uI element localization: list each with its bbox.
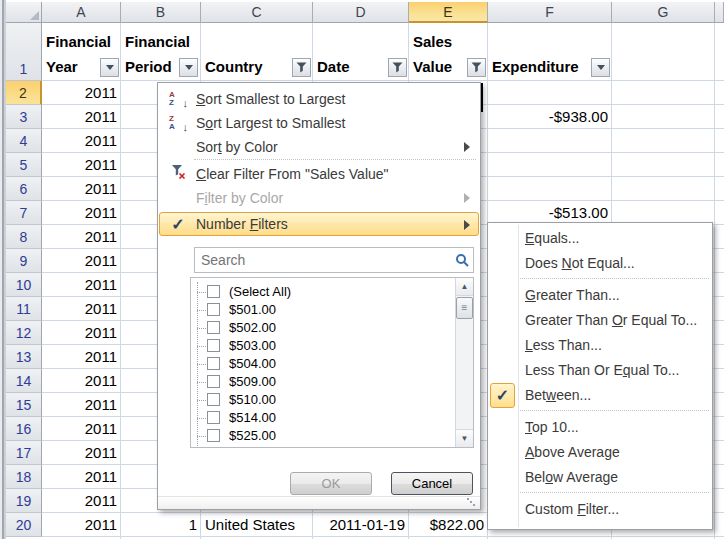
row-header-16[interactable]: 16 [6,417,42,441]
row-header-20[interactable]: 20 [6,513,42,537]
submenu-item-greater-than-or-equal-to[interactable]: Greater Than Or Equal To... [490,308,710,333]
checkbox-icon[interactable] [207,321,220,334]
column-header-d[interactable]: D [313,2,409,23]
submenu-item-custom-filter[interactable]: Custom Filter... [490,497,710,522]
scrollbar-thumb[interactable]: ≡ [456,297,473,319]
header-expenditure[interactable]: Expenditure [492,54,579,79]
column-header-c[interactable]: C [201,2,313,23]
submenu-item-below-average[interactable]: Below Average [490,465,710,490]
row-header-17[interactable]: 17 [6,441,42,465]
cell-a6[interactable]: 2011 [42,177,121,201]
search-input[interactable] [195,248,461,272]
cell-a12[interactable]: 2011 [42,321,121,345]
checkbox-icon[interactable] [207,303,220,316]
value-item[interactable]: $501.00 [191,301,456,319]
row-header-8[interactable]: 8 [6,225,42,249]
list-scrollbar[interactable]: ▲ ≡ ▼ [455,278,473,447]
row-header-5[interactable]: 5 [6,153,42,177]
row-header-9[interactable]: 9 [6,249,42,273]
cell-b20[interactable]: 1 [121,513,201,537]
row-header-2[interactable]: 2 [6,81,42,105]
cell-a2[interactable]: 2011 [42,81,121,105]
checkbox-icon[interactable] [207,375,220,388]
resize-grip-icon[interactable] [467,498,469,500]
cell-a4[interactable]: 2011 [42,129,121,153]
submenu-item-top-10[interactable]: Top 10... [490,415,710,440]
value-item-partial[interactable] [191,445,456,447]
column-header-g[interactable]: G [612,2,715,23]
submenu-item-greater-than[interactable]: Greater Than... [490,283,710,308]
header-sales-value[interactable]: Sales Value [413,29,465,79]
filter-button-date[interactable] [388,58,407,77]
filter-button-financial-period[interactable] [179,58,198,77]
checkbox-icon[interactable] [207,429,220,442]
cell-a15[interactable]: 2011 [42,393,121,417]
checkbox-icon[interactable] [207,357,220,370]
cell-c20[interactable]: United States [201,513,313,537]
scroll-up-icon[interactable]: ▲ [456,278,473,296]
cell-e20[interactable]: $822.00 [409,513,488,537]
value-item[interactable]: $502.00 [191,319,456,337]
submenu-item-between[interactable]: Between... [490,383,710,408]
value-item[interactable]: $509.00 [191,373,456,391]
column-header-partial[interactable] [715,2,724,23]
filter-button-financial-year[interactable] [100,58,119,77]
scroll-down-icon[interactable]: ▼ [456,429,473,447]
cell-a11[interactable]: 2011 [42,297,121,321]
row-header-12[interactable]: 12 [6,321,42,345]
row-header-10[interactable]: 10 [6,273,42,297]
cell-a19[interactable]: 2011 [42,489,121,513]
row-header-13[interactable]: 13 [6,345,42,369]
checkbox-icon[interactable] [207,339,220,352]
menu-item-clear-filter[interactable]: Clear Filter From "Sales Value" [160,162,478,186]
column-header-e[interactable]: E [409,2,488,23]
cell-a7[interactable]: 2011 [42,201,121,225]
value-item[interactable]: (Select All) [191,283,456,301]
row-header-4[interactable]: 4 [6,129,42,153]
cell-a14[interactable]: 2011 [42,369,121,393]
filter-button-sales-value[interactable] [467,58,486,77]
cancel-button[interactable]: Cancel [391,472,473,495]
cell-f3[interactable]: -$938.00 [488,105,612,129]
submenu-item-does-not-equal[interactable]: Does Not Equal... [490,251,710,276]
submenu-item-above-average[interactable]: Above Average [490,440,710,465]
column-header-b[interactable]: B [121,2,201,23]
submenu-item-less-than-or-equal-to[interactable]: Less Than Or Equal To... [490,358,710,383]
row-header-7[interactable]: 7 [6,201,42,225]
cell-a20[interactable]: 2011 [42,513,121,537]
menu-item-sort-smallest-to-largest[interactable]: AZ↓Sort Smallest to Largest [160,87,478,111]
row-header-18[interactable]: 18 [6,465,42,489]
row-header-19[interactable]: 19 [6,489,42,513]
cell-a16[interactable]: 2011 [42,417,121,441]
header-country[interactable]: Country [205,54,263,79]
column-header-a[interactable]: A [42,2,121,23]
value-item[interactable]: $504.00 [191,355,456,373]
menu-item-sort-largest-to-smallest[interactable]: ZA↓Sort Largest to Smallest [160,111,478,135]
column-header-f[interactable]: F [488,2,612,23]
cell-a18[interactable]: 2011 [42,465,121,489]
submenu-item-equals[interactable]: Equals... [490,226,710,251]
row-header-14[interactable]: 14 [6,369,42,393]
checkbox-icon[interactable] [207,393,220,406]
cell-a9[interactable]: 2011 [42,249,121,273]
value-item[interactable]: $514.00 [191,409,456,427]
checkbox-icon[interactable] [207,411,220,424]
menu-item-number-filters[interactable]: ✓Number Filters [159,212,479,236]
cell-a17[interactable]: 2011 [42,441,121,465]
cell-a8[interactable]: 2011 [42,225,121,249]
row-header-6[interactable]: 6 [6,177,42,201]
header-date[interactable]: Date [317,54,350,79]
select-all-corner[interactable] [6,2,42,23]
cell-a13[interactable]: 2011 [42,345,121,369]
checkbox-icon[interactable] [207,285,220,298]
row-header-11[interactable]: 11 [6,297,42,321]
cell-a10[interactable]: 2011 [42,273,121,297]
filter-button-country[interactable] [292,58,311,77]
row-header-3[interactable]: 3 [6,105,42,129]
cell-a3[interactable]: 2011 [42,105,121,129]
filter-button-expenditure[interactable] [591,58,610,77]
value-item[interactable]: $503.00 [191,337,456,355]
row-header-15[interactable]: 15 [6,393,42,417]
cell-a5[interactable]: 2011 [42,153,121,177]
value-item[interactable]: $525.00 [191,427,456,445]
